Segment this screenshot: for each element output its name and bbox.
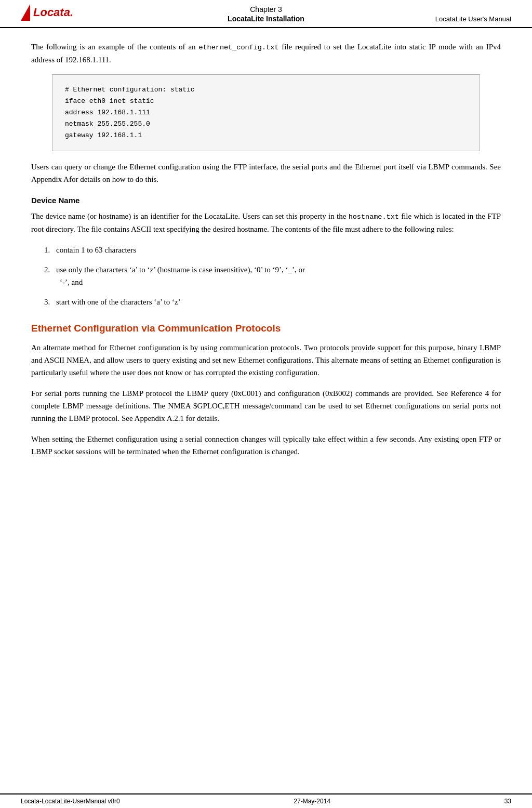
- query-paragraph: Users can query or change the Ethernet c…: [31, 161, 501, 186]
- rules-list: contain 1 to 63 characters use only the …: [52, 244, 501, 308]
- code-line-3: address 192.168.1.111: [65, 107, 467, 118]
- logo: Locata.: [21, 4, 73, 21]
- footer-left: Locata-LocataLite-UserManual v8r0: [21, 798, 120, 805]
- logo-triangle-icon: [21, 4, 30, 21]
- device-name-paragraph: The device name (or hostname) is an iden…: [31, 210, 501, 235]
- page-header: Locata. Chapter 3 LocataLite Installatio…: [0, 0, 532, 28]
- logo-text: Locata.: [33, 6, 73, 19]
- device-name-title: Device Name: [31, 196, 501, 205]
- list-item-2: use only the characters ‘a’ to ‘z’ (host…: [52, 263, 501, 288]
- code-block: # Ethernet configuration: static iface e…: [52, 74, 480, 151]
- header-chapter: Chapter 3: [21, 5, 511, 14]
- device-name-text-a: The device name (or hostname) is an iden…: [31, 212, 349, 220]
- list-item-3-text: start with one of the characters ‘a’ to …: [56, 298, 181, 306]
- list-item-2-text: use only the characters ‘a’ to ‘z’ (host…: [52, 266, 305, 286]
- ethernet-section-title: Ethernet Configuration via Communication…: [31, 323, 501, 334]
- code-line-2: iface eth0 inet static: [65, 96, 467, 107]
- page: Locata. Chapter 3 LocataLite Installatio…: [0, 0, 532, 808]
- ethernet-para-3: When setting the Ethernet configuration …: [31, 433, 501, 458]
- footer-center: 27-May-2014: [294, 798, 330, 805]
- code-line-4: netmask 255.255.255.0: [65, 118, 467, 130]
- code-line-5: gateway 192.168.1.1: [65, 130, 467, 141]
- footer-right: 33: [504, 798, 511, 805]
- main-content: The following is an example of the conte…: [0, 28, 532, 793]
- intro-text-before: The following is an example of the conte…: [31, 43, 198, 51]
- ethernet-config-code: ethernet_config.txt: [198, 44, 278, 51]
- list-item-3: start with one of the characters ‘a’ to …: [52, 296, 501, 308]
- page-footer: Locata-LocataLite-UserManual v8r0 27-May…: [0, 793, 532, 808]
- code-line-1: # Ethernet configuration: static: [65, 84, 467, 96]
- header-manual: LocataLite User's Manual: [348, 15, 511, 23]
- list-item-1-text: contain 1 to 63 characters: [56, 246, 136, 254]
- ethernet-para-2: For serial ports running the LBMP protoc…: [31, 387, 501, 425]
- header-subtitle: LocataLite Installation: [184, 15, 348, 23]
- hostname-txt-code: hostname.txt: [349, 213, 399, 221]
- intro-paragraph: The following is an example of the conte…: [31, 41, 501, 66]
- ethernet-para-1: An alternate method for Ethernet configu…: [31, 341, 501, 379]
- list-item-1: contain 1 to 63 characters: [52, 244, 501, 256]
